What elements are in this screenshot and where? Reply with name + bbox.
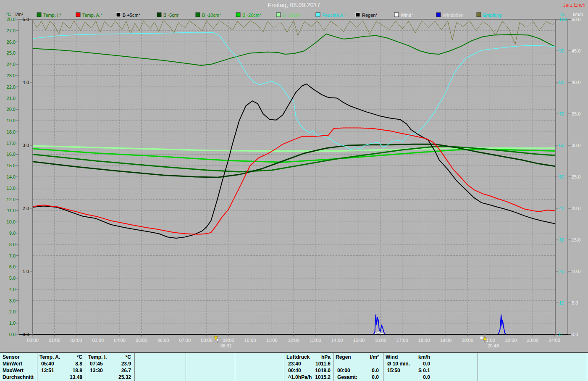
sun-marker-time: 08:31 [220, 343, 232, 348]
time-tick-label: 19:00 [440, 338, 452, 343]
axis-humidity: 0102030405060708090100% [555, 12, 567, 337]
axis-humidity-header: % [560, 12, 564, 17]
axis-temp-tick-label: 24.0 [7, 62, 16, 67]
axis-humidity-tick-label: 80 [559, 80, 564, 85]
table-temp-i-value: 25.32 [86, 374, 131, 381]
time-tick-label: 12:00 [288, 338, 299, 343]
axis-humidity-tick-label: 60 [559, 143, 564, 148]
axis-wind-tick-label: 5.0 [572, 300, 578, 305]
legend-label-b-m10: B -10cm* [202, 13, 221, 18]
table-row-label: MaxWert [3, 367, 24, 374]
axis-humidity-tick-label: 0 [559, 332, 562, 337]
table-temp-a-value: 8.8 [37, 360, 82, 367]
legend-item-b-m10: B -10cm* [196, 13, 221, 18]
axis-temp-tick-label: 4.0 [9, 287, 16, 292]
time-tick-label: 02:00 [71, 338, 82, 343]
legend-item-wind: Wind* [394, 13, 413, 18]
time-tick-label: 06:00 [158, 338, 169, 343]
legend-item-windboeen: Windböen [436, 13, 464, 18]
axis-temp-tick-label: 19.0 [7, 118, 16, 123]
axis-wind-header: km/h [573, 12, 583, 17]
axis-temp-tick-label: 26.0 [7, 39, 16, 45]
legend-item-temp-a: Temp. A.* [76, 13, 102, 18]
legend-label-windboeen: Windböen [443, 13, 464, 18]
axis-wind-tick-label: 25.0 [572, 174, 580, 179]
time-tick-label: 09:00 [223, 338, 234, 343]
axis-temp-tick-label: 27.0 [7, 28, 16, 33]
axis-temp-tick-label: 7.0 [9, 253, 16, 258]
axis-rain-tick-label: 2.0 [23, 206, 29, 211]
axis-wind-tick-label: 35.0 [572, 111, 580, 116]
time-tick-label: 01:00 [49, 338, 60, 343]
time-tick-label: 14:00 [331, 338, 343, 343]
time-tick-label: 17:00 [396, 338, 408, 343]
axis-temp-tick-label: 22.0 [7, 84, 16, 89]
legend-swatch-temp-a [76, 13, 80, 17]
table-temp-i-value: 26.7 [86, 367, 131, 374]
axis-wind-tick-label: 45.0 [572, 48, 580, 53]
table-divider [186, 353, 186, 381]
legend-swatch-b-m20 [236, 13, 240, 17]
time-tick-label: 13:00 [310, 338, 321, 343]
table-col-wind-unit: km/h [383, 354, 430, 360]
axis-temp-tick-label: 9.0 [9, 231, 16, 236]
summary-table: SensorMinWertMaxWertDurchschnittTemp. A.… [0, 352, 588, 381]
table-regen-value: 0.0 [333, 374, 379, 381]
table-luftdruck-value: 1015.2 [284, 374, 331, 381]
table-wind-value: 0.0 [383, 360, 430, 367]
axis-wind-tick-label: 40.0 [572, 80, 580, 85]
axis-rain-header: l/m² [16, 12, 24, 17]
table-col-temp-i-unit: °C [86, 354, 131, 360]
table-row-label: MinWert [3, 360, 22, 367]
axis-rain: 0.01.02.03.04.05.0l/m² [16, 12, 33, 337]
legend-item-b-p5: B +5cm* [116, 13, 141, 18]
axis-temp-tick-label: 14.0 [7, 174, 16, 179]
legend-label-empfang: Empfang [483, 13, 501, 18]
axis-temp-tick-label: 20.0 [7, 107, 16, 112]
axis-temp-tick-label: 5.0 [9, 276, 16, 281]
time-tick-label: 22:00 [505, 338, 517, 343]
time-tick-label: 15:00 [353, 338, 365, 343]
time-tick-label: 05:00 [136, 338, 147, 343]
axis-temp-tick-label: 23.0 [7, 73, 16, 78]
table-divider [478, 353, 478, 381]
weather-chart-page: Freitag, 08.09.2017 Jarz Erich 0.01.02.0… [0, 0, 588, 381]
table-col-temp-a-unit: °C [37, 354, 82, 360]
axis-rain-tick-label: 5.0 [23, 17, 29, 22]
table-divider [587, 353, 587, 381]
axis-humidity-tick-label: 50 [559, 174, 564, 179]
axis-temp-tick-label: 2.0 [9, 309, 16, 314]
axis-temp-tick-label: 12.0 [7, 197, 16, 202]
axis-wind-tick-label: 15.0 [572, 237, 580, 242]
legend-item-temp-i: Temp. I.* [37, 13, 62, 18]
legend-swatch-empfang [477, 13, 481, 17]
axis-temp-tick-label: 6.0 [9, 264, 16, 269]
legend-item-b-m50: B -50cm* [276, 13, 302, 18]
time-tick-label: 00:00 [27, 338, 39, 343]
axis-temp-tick-label: 11.0 [7, 208, 16, 213]
legend-swatch-b-m5 [157, 13, 161, 17]
chart-legend: Temp. I.*Temp. A.*B +5cm*B -5cm*B -10cm*… [37, 13, 501, 18]
axis-humidity-tick-label: 10 [559, 300, 564, 305]
chart-grid [33, 19, 555, 334]
time-tick-label: 23:00 [527, 338, 538, 343]
table-temp-i-value: 23.9 [86, 360, 131, 367]
legend-swatch-b-m10 [196, 13, 200, 17]
time-tick-label: 24:00 [549, 338, 560, 343]
axis-temp-tick-label: 0.0 [9, 332, 16, 337]
time-tick-label: 04:00 [114, 338, 126, 343]
sun-marker-time: 20:48 [487, 343, 499, 348]
axis-temp-tick-label: 10.0 [7, 219, 16, 224]
time-tick-label: 16:00 [375, 338, 386, 343]
legend-label-wind: Wind* [401, 13, 413, 18]
legend-item-b-m20: B -20cm* [236, 13, 262, 18]
axis-temp-tick-label: 28.0 [7, 17, 16, 22]
axis-temp-tick-label: 25.0 [7, 50, 16, 55]
legend-label-b-m20: B -20cm* [242, 13, 262, 18]
time-tick-label: 03:00 [92, 338, 104, 343]
legend-swatch-wind [394, 13, 399, 17]
axis-wind-tick-label: 50.0 [572, 17, 580, 22]
axis-wind-tick-label: 30.0 [572, 143, 580, 148]
axis-temp-tick-label: 21.0 [7, 96, 16, 101]
legend-label-temp-a: Temp. A.* [82, 13, 102, 18]
